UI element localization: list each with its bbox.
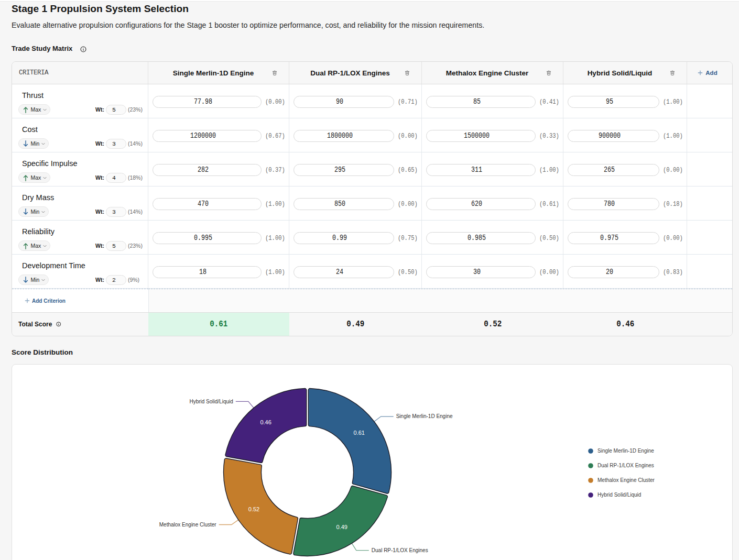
svg-text:0.49: 0.49	[336, 524, 347, 530]
svg-text:Dual RP-1/LOX Engines: Dual RP-1/LOX Engines	[372, 547, 428, 553]
svg-text:Dual RP-1/LOX Engines: Dual RP-1/LOX Engines	[597, 463, 654, 468]
svg-text:Hybrid Solid/Liquid: Hybrid Solid/Liquid	[597, 492, 641, 498]
svg-text:0.46: 0.46	[260, 419, 271, 425]
svg-text:Methalox Engine Cluster: Methalox Engine Cluster	[597, 477, 655, 483]
svg-text:Single Merlin-1D Engine: Single Merlin-1D Engine	[597, 448, 654, 454]
svg-text:0.52: 0.52	[248, 506, 259, 512]
svg-text:Hybrid Solid/Liquid: Hybrid Solid/Liquid	[189, 399, 233, 404]
svg-text:Single Merlin-1D Engine: Single Merlin-1D Engine	[396, 413, 453, 419]
svg-text:0.61: 0.61	[354, 430, 365, 436]
svg-text:Methalox Engine Cluster: Methalox Engine Cluster	[159, 522, 217, 528]
